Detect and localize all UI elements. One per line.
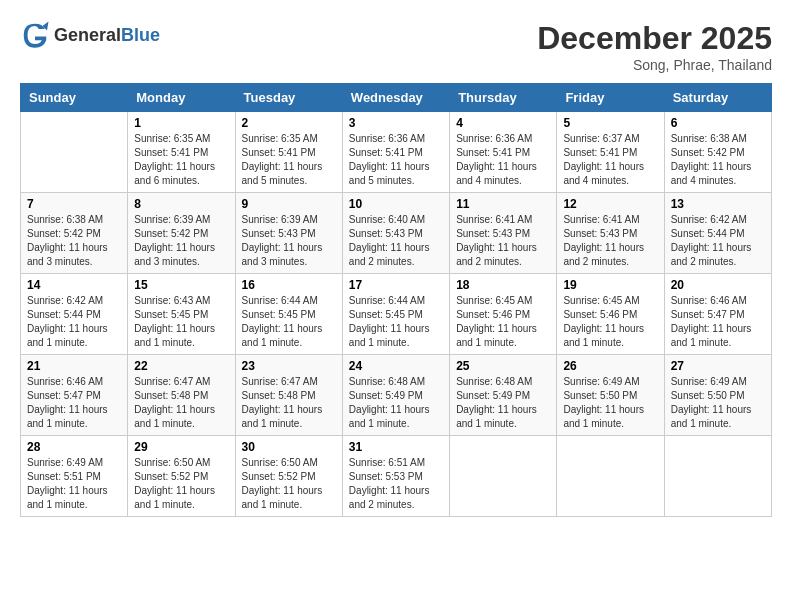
weekday-header-row: SundayMondayTuesdayWednesdayThursdayFrid…: [21, 84, 772, 112]
day-detail: Sunrise: 6:51 AMSunset: 5:53 PMDaylight:…: [349, 456, 443, 512]
calendar-cell: 13Sunrise: 6:42 AMSunset: 5:44 PMDayligh…: [664, 193, 771, 274]
calendar-cell: 19Sunrise: 6:45 AMSunset: 5:46 PMDayligh…: [557, 274, 664, 355]
general-blue-logo-icon: [20, 20, 50, 50]
day-number: 26: [563, 359, 657, 373]
calendar-cell: 5Sunrise: 6:37 AMSunset: 5:41 PMDaylight…: [557, 112, 664, 193]
day-detail: Sunrise: 6:42 AMSunset: 5:44 PMDaylight:…: [27, 294, 121, 350]
calendar-cell: 6Sunrise: 6:38 AMSunset: 5:42 PMDaylight…: [664, 112, 771, 193]
calendar-week-row: 7Sunrise: 6:38 AMSunset: 5:42 PMDaylight…: [21, 193, 772, 274]
calendar-cell: 14Sunrise: 6:42 AMSunset: 5:44 PMDayligh…: [21, 274, 128, 355]
day-detail: Sunrise: 6:42 AMSunset: 5:44 PMDaylight:…: [671, 213, 765, 269]
calendar-week-row: 28Sunrise: 6:49 AMSunset: 5:51 PMDayligh…: [21, 436, 772, 517]
day-number: 13: [671, 197, 765, 211]
calendar-cell: 2Sunrise: 6:35 AMSunset: 5:41 PMDaylight…: [235, 112, 342, 193]
weekday-header-monday: Monday: [128, 84, 235, 112]
day-number: 10: [349, 197, 443, 211]
day-number: 19: [563, 278, 657, 292]
calendar-cell: 26Sunrise: 6:49 AMSunset: 5:50 PMDayligh…: [557, 355, 664, 436]
calendar-cell: 18Sunrise: 6:45 AMSunset: 5:46 PMDayligh…: [450, 274, 557, 355]
calendar-cell: 28Sunrise: 6:49 AMSunset: 5:51 PMDayligh…: [21, 436, 128, 517]
day-detail: Sunrise: 6:44 AMSunset: 5:45 PMDaylight:…: [349, 294, 443, 350]
calendar-cell: 12Sunrise: 6:41 AMSunset: 5:43 PMDayligh…: [557, 193, 664, 274]
calendar-cell: [21, 112, 128, 193]
day-detail: Sunrise: 6:48 AMSunset: 5:49 PMDaylight:…: [456, 375, 550, 431]
calendar-cell: 17Sunrise: 6:44 AMSunset: 5:45 PMDayligh…: [342, 274, 449, 355]
calendar-cell: 11Sunrise: 6:41 AMSunset: 5:43 PMDayligh…: [450, 193, 557, 274]
weekday-header-sunday: Sunday: [21, 84, 128, 112]
day-number: 28: [27, 440, 121, 454]
day-detail: Sunrise: 6:39 AMSunset: 5:43 PMDaylight:…: [242, 213, 336, 269]
day-detail: Sunrise: 6:38 AMSunset: 5:42 PMDaylight:…: [27, 213, 121, 269]
day-number: 14: [27, 278, 121, 292]
day-detail: Sunrise: 6:46 AMSunset: 5:47 PMDaylight:…: [671, 294, 765, 350]
day-number: 21: [27, 359, 121, 373]
weekday-header-friday: Friday: [557, 84, 664, 112]
day-number: 12: [563, 197, 657, 211]
day-detail: Sunrise: 6:35 AMSunset: 5:41 PMDaylight:…: [134, 132, 228, 188]
day-number: 30: [242, 440, 336, 454]
day-number: 23: [242, 359, 336, 373]
calendar-table: SundayMondayTuesdayWednesdayThursdayFrid…: [20, 83, 772, 517]
day-number: 8: [134, 197, 228, 211]
calendar-cell: 4Sunrise: 6:36 AMSunset: 5:41 PMDaylight…: [450, 112, 557, 193]
calendar-cell: 24Sunrise: 6:48 AMSunset: 5:49 PMDayligh…: [342, 355, 449, 436]
logo: GeneralBlue: [20, 20, 160, 50]
calendar-cell: 1Sunrise: 6:35 AMSunset: 5:41 PMDaylight…: [128, 112, 235, 193]
calendar-cell: 16Sunrise: 6:44 AMSunset: 5:45 PMDayligh…: [235, 274, 342, 355]
day-detail: Sunrise: 6:36 AMSunset: 5:41 PMDaylight:…: [456, 132, 550, 188]
calendar-cell: 8Sunrise: 6:39 AMSunset: 5:42 PMDaylight…: [128, 193, 235, 274]
day-detail: Sunrise: 6:37 AMSunset: 5:41 PMDaylight:…: [563, 132, 657, 188]
day-detail: Sunrise: 6:46 AMSunset: 5:47 PMDaylight:…: [27, 375, 121, 431]
day-detail: Sunrise: 6:36 AMSunset: 5:41 PMDaylight:…: [349, 132, 443, 188]
day-detail: Sunrise: 6:43 AMSunset: 5:45 PMDaylight:…: [134, 294, 228, 350]
calendar-cell: [450, 436, 557, 517]
day-number: 2: [242, 116, 336, 130]
calendar-cell: 10Sunrise: 6:40 AMSunset: 5:43 PMDayligh…: [342, 193, 449, 274]
day-detail: Sunrise: 6:35 AMSunset: 5:41 PMDaylight:…: [242, 132, 336, 188]
day-detail: Sunrise: 6:41 AMSunset: 5:43 PMDaylight:…: [456, 213, 550, 269]
day-number: 22: [134, 359, 228, 373]
calendar-cell: 27Sunrise: 6:49 AMSunset: 5:50 PMDayligh…: [664, 355, 771, 436]
calendar-cell: [664, 436, 771, 517]
calendar-cell: 25Sunrise: 6:48 AMSunset: 5:49 PMDayligh…: [450, 355, 557, 436]
calendar-week-row: 1Sunrise: 6:35 AMSunset: 5:41 PMDaylight…: [21, 112, 772, 193]
day-detail: Sunrise: 6:45 AMSunset: 5:46 PMDaylight:…: [456, 294, 550, 350]
day-number: 3: [349, 116, 443, 130]
day-detail: Sunrise: 6:39 AMSunset: 5:42 PMDaylight:…: [134, 213, 228, 269]
logo-blue: Blue: [121, 25, 160, 45]
logo-general: General: [54, 25, 121, 45]
calendar-cell: 22Sunrise: 6:47 AMSunset: 5:48 PMDayligh…: [128, 355, 235, 436]
day-detail: Sunrise: 6:45 AMSunset: 5:46 PMDaylight:…: [563, 294, 657, 350]
day-detail: Sunrise: 6:49 AMSunset: 5:50 PMDaylight:…: [671, 375, 765, 431]
day-number: 5: [563, 116, 657, 130]
day-detail: Sunrise: 6:49 AMSunset: 5:51 PMDaylight:…: [27, 456, 121, 512]
calendar-cell: 30Sunrise: 6:50 AMSunset: 5:52 PMDayligh…: [235, 436, 342, 517]
calendar-cell: 29Sunrise: 6:50 AMSunset: 5:52 PMDayligh…: [128, 436, 235, 517]
calendar-cell: 20Sunrise: 6:46 AMSunset: 5:47 PMDayligh…: [664, 274, 771, 355]
day-number: 29: [134, 440, 228, 454]
day-number: 31: [349, 440, 443, 454]
calendar-cell: 23Sunrise: 6:47 AMSunset: 5:48 PMDayligh…: [235, 355, 342, 436]
day-number: 20: [671, 278, 765, 292]
day-number: 15: [134, 278, 228, 292]
month-title: December 2025: [537, 20, 772, 57]
day-detail: Sunrise: 6:49 AMSunset: 5:50 PMDaylight:…: [563, 375, 657, 431]
day-detail: Sunrise: 6:40 AMSunset: 5:43 PMDaylight:…: [349, 213, 443, 269]
weekday-header-wednesday: Wednesday: [342, 84, 449, 112]
day-number: 17: [349, 278, 443, 292]
calendar-cell: 15Sunrise: 6:43 AMSunset: 5:45 PMDayligh…: [128, 274, 235, 355]
calendar-cell: 3Sunrise: 6:36 AMSunset: 5:41 PMDaylight…: [342, 112, 449, 193]
calendar-cell: 7Sunrise: 6:38 AMSunset: 5:42 PMDaylight…: [21, 193, 128, 274]
day-number: 6: [671, 116, 765, 130]
weekday-header-saturday: Saturday: [664, 84, 771, 112]
logo-text: GeneralBlue: [54, 25, 160, 46]
calendar-week-row: 14Sunrise: 6:42 AMSunset: 5:44 PMDayligh…: [21, 274, 772, 355]
title-section: December 2025 Song, Phrae, Thailand: [537, 20, 772, 73]
day-number: 9: [242, 197, 336, 211]
day-detail: Sunrise: 6:47 AMSunset: 5:48 PMDaylight:…: [134, 375, 228, 431]
day-number: 11: [456, 197, 550, 211]
day-detail: Sunrise: 6:38 AMSunset: 5:42 PMDaylight:…: [671, 132, 765, 188]
day-detail: Sunrise: 6:47 AMSunset: 5:48 PMDaylight:…: [242, 375, 336, 431]
day-detail: Sunrise: 6:48 AMSunset: 5:49 PMDaylight:…: [349, 375, 443, 431]
day-detail: Sunrise: 6:44 AMSunset: 5:45 PMDaylight:…: [242, 294, 336, 350]
